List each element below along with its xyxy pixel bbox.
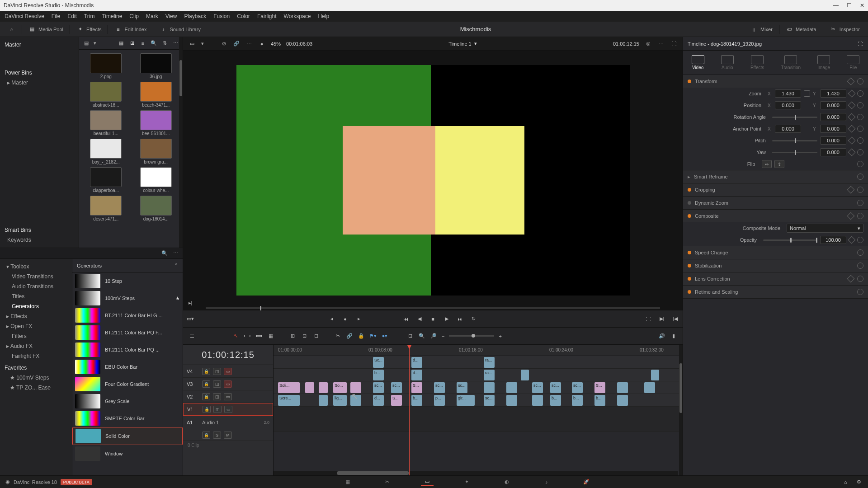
inspector-expand-icon[interactable]: ⛶	[856, 40, 863, 47]
timeline-clip[interactable]: b...	[411, 395, 422, 406]
cut-page-icon[interactable]: ✂	[381, 478, 394, 486]
opacity-reset-icon[interactable]	[857, 237, 863, 243]
media-clip[interactable]: desert-471...	[83, 196, 129, 221]
viewer-zoom[interactable]: 45%	[271, 41, 281, 47]
media-clip[interactable]: clapperboa...	[83, 167, 129, 193]
minimize-icon[interactable]: —	[833, 2, 839, 9]
viewer-mode-icon[interactable]: ▭	[189, 40, 196, 47]
menu-timeline[interactable]: Timeline	[102, 13, 122, 19]
rot-keyframe-icon[interactable]	[848, 113, 856, 121]
track-enable-icon[interactable]: ▭	[224, 406, 232, 413]
lens-reset-icon[interactable]	[857, 276, 863, 282]
menu-file[interactable]: File	[52, 13, 60, 19]
expand-icon[interactable]: ⛶	[670, 40, 677, 47]
speed-header[interactable]: Speed Change	[695, 250, 728, 255]
timeline-scrollbar-v[interactable]	[679, 345, 683, 475]
effects-toggle[interactable]: ✦ Effects	[74, 26, 104, 33]
generator-item[interactable]: SMPTE Color Bar	[72, 410, 183, 427]
zoom-in-icon[interactable]: +	[499, 333, 501, 339]
link-clips-icon[interactable]: 🔗	[346, 333, 353, 340]
timeline-clip[interactable]: So...	[333, 382, 347, 393]
mixer-toggle[interactable]: ⫼ Mixer	[748, 26, 775, 33]
fx-tree-fairlight-fx[interactable]: Fairlight FX	[2, 351, 70, 361]
chevron-down-icon[interactable]: ▾	[94, 40, 96, 46]
smart-bins-header[interactable]: Smart Bins	[4, 225, 75, 235]
audio-lock-icon[interactable]: 🔒	[202, 432, 210, 439]
yaw-reset-icon[interactable]	[857, 149, 863, 155]
timeline-clip[interactable]: sc...	[532, 382, 543, 393]
timeline-clip[interactable]	[319, 382, 328, 393]
media-clip[interactable]: 2.png	[83, 53, 129, 79]
menu-clip[interactable]: Clip	[129, 13, 139, 19]
timeline-clip[interactable]: d...	[411, 370, 422, 380]
yaw-keyframe-icon[interactable]	[848, 149, 856, 156]
timeline-clip[interactable]: sc...	[550, 382, 561, 393]
timeline-clip[interactable]: Scre...	[278, 395, 300, 406]
lens-keyframe-icon[interactable]	[847, 275, 855, 283]
opacity-field[interactable]: 100.00	[820, 236, 846, 244]
yaw-field[interactable]: 0.000	[820, 148, 846, 156]
media-pool-toggle[interactable]: ▦ Media Pool	[26, 26, 66, 33]
stab-reset-icon[interactable]	[857, 263, 863, 269]
rotation-slider[interactable]	[772, 117, 817, 118]
collapse-icon[interactable]: ⌃	[174, 263, 178, 268]
stabilization-header[interactable]: Stabilization	[695, 263, 722, 268]
generator-item[interactable]: 10 Step	[72, 272, 183, 290]
track-header-v2[interactable]: V2🔒◫▭	[183, 390, 273, 403]
media-page-icon[interactable]: ▦	[341, 478, 354, 486]
blade-tool-icon[interactable]: ▦	[267, 333, 274, 340]
anchor-keyframe-icon[interactable]	[848, 125, 856, 133]
yaw-slider[interactable]	[772, 152, 817, 153]
inspector-tab-image[interactable]: Image	[817, 55, 830, 70]
timeline-clip[interactable]	[617, 395, 628, 406]
opacity-slider[interactable]	[763, 239, 817, 241]
fullscreen-icon[interactable]: ⛶	[645, 315, 652, 323]
zoom-x-field[interactable]: 1.430	[775, 89, 801, 98]
timeline-clip[interactable]: p...	[434, 395, 445, 406]
maximize-icon[interactable]: ☐	[847, 2, 852, 9]
dynzoom-reset-icon[interactable]	[857, 200, 863, 206]
insert-icon[interactable]: ⊞	[289, 333, 296, 340]
keywords-bin[interactable]: Keywords	[4, 235, 75, 245]
fx-tree-effects[interactable]: ▸ Effects	[2, 311, 70, 321]
timeline-clip[interactable]	[305, 382, 314, 393]
menu-view[interactable]: View	[165, 13, 177, 19]
flip-h-button[interactable]: ⇔	[762, 160, 772, 168]
timeline-clip[interactable]: b...	[373, 370, 384, 380]
timeline-clip[interactable]: lig...	[333, 395, 347, 406]
lock-icon[interactable]: 🔒	[358, 333, 365, 340]
media-clip[interactable]: boy_-_2182...	[83, 139, 129, 164]
anchor-x-field[interactable]: 0.000	[775, 125, 801, 133]
media-clip[interactable]: beautiful-1...	[83, 110, 129, 136]
generator-item[interactable]: Four Color Gradient	[72, 375, 183, 393]
generator-item[interactable]: BT.2111 Color Bar HLG ...	[72, 307, 183, 324]
zoom-reset-icon[interactable]	[857, 90, 863, 97]
timeline-name[interactable]: Timeline 1	[448, 41, 471, 47]
timeline-clip[interactable]: ra...	[484, 370, 495, 380]
crop-reset-icon[interactable]	[857, 187, 863, 193]
track-lock-icon[interactable]: 🔒	[202, 393, 210, 400]
track-v3[interactable]: b...d...ra...	[274, 369, 683, 381]
flip-v-button[interactable]: ⇕	[774, 160, 784, 168]
zoom-y-field[interactable]: 1.430	[820, 89, 846, 98]
power-bins-header[interactable]: Power Bins	[4, 68, 75, 78]
prev-edit-icon[interactable]: ◂	[328, 315, 335, 323]
track-auto-icon[interactable]: ◫	[213, 368, 221, 375]
transform-keyframe-icon[interactable]	[847, 78, 855, 85]
timeline-clip[interactable]: ra...	[484, 357, 495, 368]
bin-view-icon[interactable]: ▤	[83, 40, 90, 47]
flip-reset-icon[interactable]	[857, 161, 863, 167]
timeline-clip[interactable]: sc...	[484, 395, 495, 406]
timeline-clip[interactable]: sc...	[457, 382, 467, 393]
zoom-link-icon[interactable]	[804, 90, 810, 97]
track-enable-icon[interactable]: ▭	[224, 368, 232, 375]
lens-header[interactable]: Lens Correction	[695, 276, 730, 282]
first-frame-icon[interactable]: ⏮	[402, 315, 410, 323]
next-clip-icon[interactable]: ▶|	[658, 315, 665, 323]
timeline-clip[interactable]: Sc...	[373, 357, 384, 368]
master-bin[interactable]: Master	[4, 40, 75, 50]
track-enable-icon[interactable]: ▭	[224, 393, 232, 400]
more-icon[interactable]: ⋯	[172, 40, 179, 47]
in-out-icon[interactable]: ▭▾	[187, 315, 194, 323]
audio-mute-button[interactable]: M	[224, 432, 232, 439]
